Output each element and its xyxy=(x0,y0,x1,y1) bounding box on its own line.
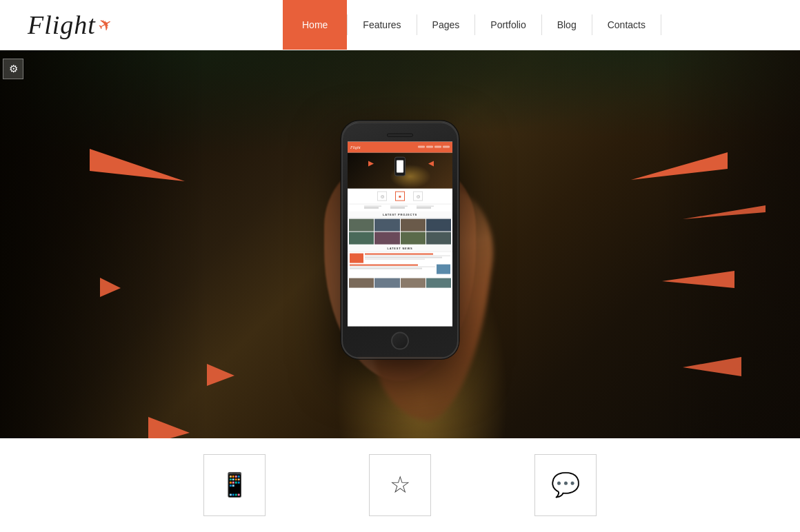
screen-nav-bar: Flight xyxy=(348,141,452,152)
screen-news xyxy=(348,252,452,276)
nav-item-pages[interactable]: Pages xyxy=(417,0,475,50)
screen-hero xyxy=(348,152,452,188)
chat-icon: 💬 xyxy=(551,473,580,497)
screen-logo: Flight xyxy=(350,145,361,149)
mobile-icon: 📱 xyxy=(220,473,249,497)
hero-section: ⚙ Flight xyxy=(0,50,800,438)
feature-card-mobile[interactable]: 📱 xyxy=(203,454,266,516)
nav-item-home[interactable]: Home xyxy=(283,0,347,50)
nav-item-portfolio[interactable]: Portfolio xyxy=(475,0,541,50)
features-strip: 📱 ☆ 💬 xyxy=(0,438,800,532)
screen-icons-row: ◎ ■ ◎ xyxy=(348,188,452,204)
settings-button[interactable]: ⚙ xyxy=(3,59,23,79)
feature-card-chat[interactable]: 💬 xyxy=(534,454,597,516)
gear-icon: ⚙ xyxy=(9,63,18,75)
screen-grid xyxy=(348,218,452,245)
phone-home-button[interactable] xyxy=(391,331,409,349)
site-header: Flight ✈ Home Features Pages Portfolio B… xyxy=(0,0,800,50)
screen-section-title: LATEST PROJECTS xyxy=(348,211,452,218)
phone-mockup: Flight xyxy=(341,121,459,358)
nav-item-blog[interactable]: Blog xyxy=(542,0,592,50)
screen-news-title: LATEST NEWS xyxy=(348,245,452,252)
nav-item-features[interactable]: Features xyxy=(348,0,416,50)
logo-text: Flight xyxy=(28,10,96,40)
phone-screen: Flight xyxy=(348,141,452,326)
star-icon: ☆ xyxy=(390,473,410,497)
phone-speaker xyxy=(387,133,413,136)
nav-item-contacts[interactable]: Contacts xyxy=(592,0,661,50)
nav-separator-6 xyxy=(661,14,661,35)
logo-area: Flight ✈ xyxy=(0,10,283,40)
main-nav: Home Features Pages Portfolio Blog Conta… xyxy=(283,0,661,50)
screen-bottom-grid xyxy=(348,277,452,288)
logo-arrow-icon: ✈ xyxy=(94,13,116,37)
feature-card-favorites[interactable]: ☆ xyxy=(369,454,431,516)
